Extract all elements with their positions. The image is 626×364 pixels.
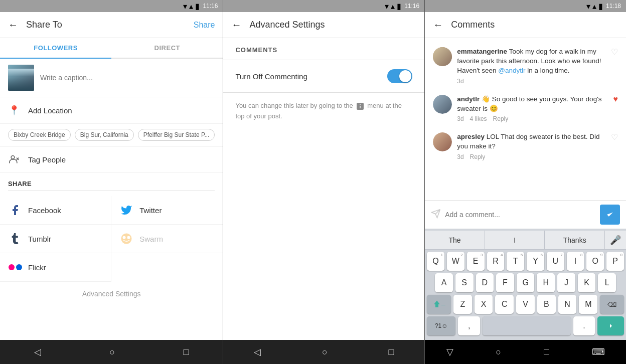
location-tag-0[interactable]: Bixby Creek Bridge xyxy=(8,129,71,141)
share-to-back-button[interactable]: ← xyxy=(8,19,18,31)
comment-mention-0[interactable]: @andytlr xyxy=(498,67,525,74)
battery-icon: ▮ xyxy=(195,2,200,11)
share-to-content: 📍 Add Location Bixby Creek Bridge Big Su… xyxy=(0,59,223,340)
comment-username-1: andytlr xyxy=(457,95,482,103)
nav-recent-button-2[interactable]: □ xyxy=(388,347,394,357)
key-R[interactable]: R4 xyxy=(487,252,505,271)
word-suggestion-0[interactable]: The xyxy=(425,231,485,249)
key-L[interactable]: L xyxy=(598,273,616,292)
comment-send-button[interactable] xyxy=(600,205,620,225)
location-tag-1[interactable]: Big Sur, California xyxy=(75,129,134,141)
share-facebook[interactable]: Facebook xyxy=(0,196,111,225)
word-suggestion-1[interactable]: I xyxy=(485,231,545,249)
comment-content-after-0: in a long time. xyxy=(527,67,569,74)
space-key[interactable] xyxy=(483,316,570,335)
keyboard-row-0: Q1 W2 E3 R4 T5 Y6 U7 I8 O9 P0 xyxy=(427,252,624,271)
key-Y[interactable]: Y6 xyxy=(527,252,544,271)
comments-back-button[interactable]: ← xyxy=(433,19,443,31)
add-location-item[interactable]: 📍 Add Location xyxy=(0,97,223,124)
comments-title: Comments xyxy=(451,20,618,30)
comment-body-0: emmatangerine Took my dog for a walk in … xyxy=(457,47,606,85)
key-F[interactable]: F xyxy=(496,273,514,292)
bottom-nav-3: ▽ ○ □ ⌨ xyxy=(425,340,626,364)
flickr-icon xyxy=(8,260,22,274)
comment-like-button-2[interactable]: ♡ xyxy=(611,132,618,142)
tag-people-item[interactable]: Tag People xyxy=(0,146,223,173)
avatar-apresley xyxy=(433,132,452,151)
comment-likes-1[interactable]: 4 likes xyxy=(470,115,487,122)
flickr-dot-pink xyxy=(9,264,15,270)
comment-like-button-1[interactable]: ♥ xyxy=(613,95,618,104)
key-comma[interactable]: , xyxy=(458,316,480,335)
shift-key[interactable]: — xyxy=(427,295,451,314)
key-M[interactable]: M xyxy=(579,295,597,314)
key-X[interactable]: X xyxy=(475,295,493,314)
share-twitter-label: Twitter xyxy=(139,206,162,215)
key-W[interactable]: W2 xyxy=(447,252,464,271)
comment-meta-2: 3d Reply xyxy=(457,153,606,160)
share-twitter[interactable]: Twitter xyxy=(111,196,223,225)
comment-body-1: andytlr 👋 So good to see you guys. Your … xyxy=(457,95,608,123)
key-G[interactable]: G xyxy=(517,273,535,292)
key-K[interactable]: K xyxy=(578,273,596,292)
share-tumblr[interactable]: Tumblr xyxy=(0,225,111,253)
nav-home-button-1[interactable]: ○ xyxy=(109,347,115,357)
comments-panel: ▾ ▴ ▮ 11:18 ← Comments emmatangerine Too… xyxy=(425,0,626,364)
advanced-title: Advanced Settings xyxy=(249,20,416,30)
key-P[interactable]: P0 xyxy=(606,252,624,271)
key-N[interactable]: N xyxy=(558,295,577,314)
share-swarm[interactable]: Swarm xyxy=(111,225,223,253)
key-D[interactable]: D xyxy=(476,273,494,292)
key-period[interactable]: . xyxy=(573,316,595,335)
comment-input[interactable] xyxy=(445,211,596,219)
tab-followers[interactable]: FOLLOWERS xyxy=(0,38,111,59)
nav-keyboard-button[interactable]: ⌨ xyxy=(592,346,605,357)
comment-reply-1[interactable]: Reply xyxy=(493,115,509,122)
nav-home-button-3[interactable]: ○ xyxy=(496,347,501,357)
key-I[interactable]: I8 xyxy=(567,252,584,271)
key-E[interactable]: E3 xyxy=(467,252,485,271)
battery-icon-2: ▮ xyxy=(397,2,401,11)
key-U[interactable]: U7 xyxy=(547,252,564,271)
nav-back-button-3[interactable]: ▽ xyxy=(446,346,453,357)
key-V[interactable]: V xyxy=(516,295,535,314)
word-suggestion-2[interactable]: Thanks xyxy=(545,231,605,249)
location-tags: Bixby Creek Bridge Big Sur, California P… xyxy=(0,124,223,146)
advanced-settings-link[interactable]: Advanced Settings xyxy=(0,282,223,306)
comment-age-2: 3d xyxy=(457,153,463,160)
share-button[interactable]: Share xyxy=(194,21,215,30)
enter-key[interactable] xyxy=(597,316,624,335)
keyboard-row-3: ?1☺ , . xyxy=(427,316,624,335)
nav-recent-button-3[interactable]: □ xyxy=(544,347,549,357)
key-A[interactable]: A xyxy=(435,273,453,292)
comment-like-button-0[interactable]: ♡ xyxy=(611,47,618,57)
mic-button[interactable]: 🎤 xyxy=(605,231,626,249)
svg-point-4 xyxy=(123,236,126,239)
nav-back-button-2[interactable]: ◁ xyxy=(254,346,261,357)
advanced-settings-panel: ▾ ▴ ▮ 11:16 ← Advanced Settings COMMENTS… xyxy=(223,0,425,364)
key-symbols[interactable]: ?1☺ xyxy=(427,316,455,335)
share-tumblr-label: Tumblr xyxy=(28,235,51,243)
nav-home-button-2[interactable]: ○ xyxy=(322,347,328,357)
key-O[interactable]: O9 xyxy=(586,252,604,271)
key-T[interactable]: T5 xyxy=(507,252,524,271)
key-S[interactable]: S xyxy=(455,273,474,292)
key-Z[interactable]: Z xyxy=(453,295,472,314)
key-B[interactable]: B xyxy=(537,295,556,314)
key-J[interactable]: J xyxy=(557,273,575,292)
location-tag-2[interactable]: Pfeiffer Big Sur State P... xyxy=(138,129,215,141)
key-Q[interactable]: Q1 xyxy=(427,252,444,271)
nav-back-button-1[interactable]: ◁ xyxy=(34,346,41,357)
key-C[interactable]: C xyxy=(495,295,514,314)
delete-key[interactable]: ⌫ xyxy=(600,295,624,314)
caption-input[interactable] xyxy=(40,74,215,82)
share-to-topbar: ← Share To Share xyxy=(0,12,223,38)
tab-direct[interactable]: DIRECT xyxy=(111,38,223,58)
photo-thumbnail xyxy=(8,65,34,91)
nav-recent-button-1[interactable]: □ xyxy=(183,347,189,357)
turn-off-commenting-toggle[interactable] xyxy=(387,69,412,83)
share-flickr[interactable]: Flickr xyxy=(0,253,111,282)
advanced-back-button[interactable]: ← xyxy=(231,19,241,31)
key-H[interactable]: H xyxy=(537,273,555,292)
comment-reply-2[interactable]: Reply xyxy=(470,153,486,160)
